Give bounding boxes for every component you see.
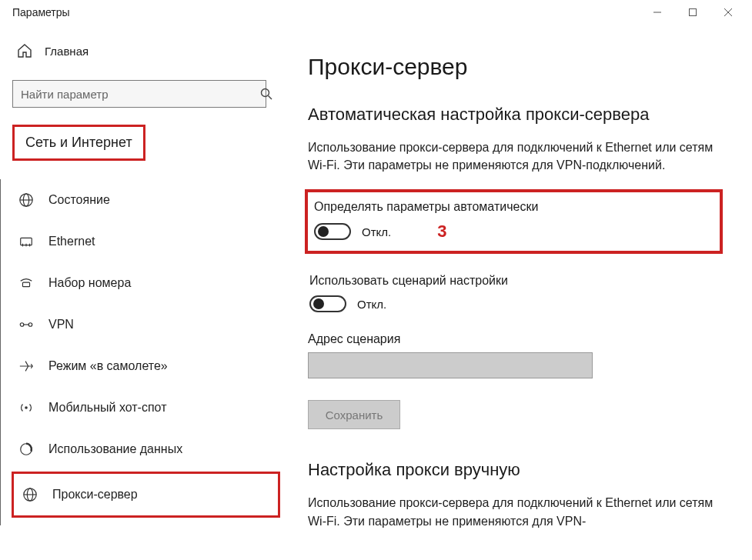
maximize-button[interactable] [675,0,710,25]
globe-icon [18,192,35,208]
save-button[interactable]: Сохранить [308,400,400,429]
sidebar-item-datausage[interactable]: Использование данных [1,428,292,470]
use-script-state: Откл. [357,298,386,311]
auto-section-title: Автоматическая настройка прокси-сервера [308,105,730,125]
script-address-input[interactable] [308,352,593,378]
search-wrap [12,80,280,108]
svg-point-14 [20,323,24,327]
auto-section-desc: Использование прокси-сервера для подключ… [308,138,730,174]
sidebar-item-dialup[interactable]: Набор номера [1,262,292,304]
svg-point-15 [28,323,32,327]
sidebar-item-home[interactable]: Главная [0,35,292,66]
svg-point-17 [25,406,28,409]
auto-detect-label: Определять параметры автоматически [314,200,714,214]
annotation-3: 3 [437,222,446,242]
auto-detect-state: Откл. [362,225,391,238]
auto-detect-block: Определять параметры автоматически Откл.… [305,189,723,254]
ethernet-icon [18,233,35,250]
sidebar-item-label: Ethernet [48,235,95,248]
globe-icon [22,486,38,503]
window-title: Параметры [6,6,70,18]
sidebar-item-status[interactable]: Состояние [1,179,292,221]
home-icon [17,43,32,58]
content-pane: Прокси-сервер Автоматическая настройка п… [292,25,752,560]
sidebar-item-label: Набор номера [48,276,131,290]
svg-rect-1 [690,9,697,16]
minimize-button[interactable] [640,0,675,25]
sidebar-item-vpn[interactable]: VPN [1,304,292,345]
sidebar-category[interactable]: Сеть и Интернет [12,125,145,161]
use-script-block: Использовать сценарий настройки Откл. [308,266,730,320]
manual-section-title: Настройка прокси вручную [308,460,730,480]
sidebar-item-label: Режим «в самолете» [48,359,168,373]
dialup-icon [18,275,35,292]
sidebar-item-label: VPN [48,318,74,332]
save-button-label: Сохранить [326,408,383,422]
script-address-label: Адрес сценария [308,332,730,346]
data-usage-icon [18,441,35,458]
svg-line-5 [269,96,272,100]
page-title: Прокси-сервер [308,54,730,80]
manual-section-desc: Использование прокси-сервера для подключ… [308,494,730,529]
use-script-label: Использовать сценарий настройки [309,274,729,288]
sidebar-item-airplane[interactable]: Режим «в самолете» [1,345,292,387]
window-controls [640,0,746,25]
sidebar-nav: Состояние Ethernet Набор номера [0,179,292,525]
titlebar: Параметры [0,0,752,25]
sidebar-item-ethernet[interactable]: Ethernet [1,221,292,262]
vpn-icon [18,316,35,333]
sidebar-item-label: Использование данных [48,442,182,456]
sidebar-item-label: Состояние [48,193,110,207]
airplane-icon [18,358,35,375]
sidebar-item-label: Мобильный хот-спот [48,401,166,415]
search-input[interactable] [12,80,266,108]
search-icon [260,88,272,100]
sidebar-home-label: Главная [45,45,89,58]
sidebar-item-proxy[interactable]: Прокси-сервер [12,472,280,518]
sidebar-item-hotspot[interactable]: Мобильный хот-спот [1,387,292,428]
settings-window: Параметры 1 2 Главная [0,0,752,560]
svg-rect-13 [22,282,29,286]
svg-point-4 [262,89,269,97]
use-script-toggle[interactable] [309,295,346,312]
hotspot-icon [18,399,35,416]
sidebar-item-label: Прокси-сервер [52,488,138,502]
close-button[interactable] [710,0,746,25]
sidebar: Главная Сеть и Интернет Состояние [0,25,292,560]
auto-detect-toggle[interactable] [314,223,351,240]
